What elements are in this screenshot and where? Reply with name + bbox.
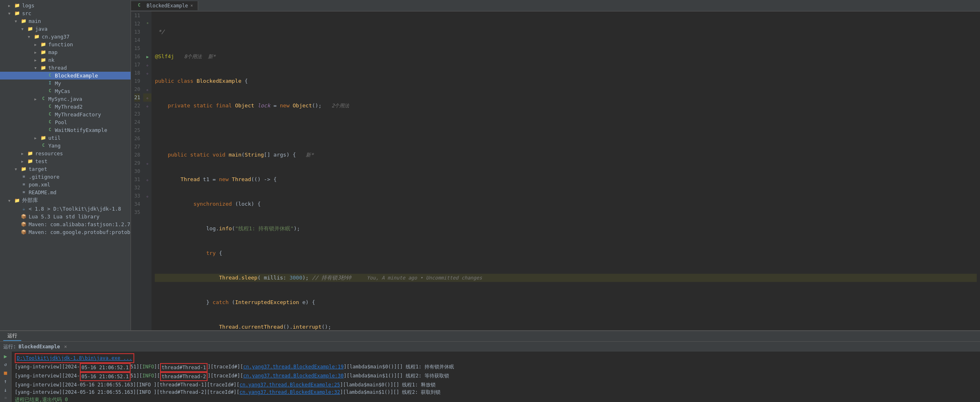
rerun-button[interactable]: ↺ xyxy=(2,362,10,367)
tab-label: BlockedExample xyxy=(147,3,188,9)
sidebar-item-waitnotify[interactable]: C WaitNotifyExample xyxy=(0,126,131,134)
line-num: 18 xyxy=(134,69,140,77)
sidebar-item-mycas[interactable]: C MyCas xyxy=(0,87,131,95)
line-num: 15 xyxy=(134,44,140,52)
sidebar-item-mythreadfactory[interactable]: C MyThreadFactory xyxy=(0,111,131,118)
line-num: 27 xyxy=(134,143,140,151)
sidebar-item-label: main xyxy=(29,18,41,24)
folder-icon: 📁 xyxy=(20,18,27,24)
sidebar-item-src[interactable]: ▼ 📁 src xyxy=(0,9,131,17)
gutter-item xyxy=(143,208,151,216)
java-class-icon: C xyxy=(47,112,53,118)
lib-icon: 📦 xyxy=(20,222,27,227)
console-log-3: [yang-interview][2024-05-16 21:06:55.163… xyxy=(15,381,977,388)
tab-icon: C xyxy=(136,3,142,9)
file-icon: ≡ xyxy=(20,190,27,195)
sidebar-item-label: README.md xyxy=(29,189,56,195)
sidebar-item-function[interactable]: ▶ 📁 function xyxy=(0,41,131,48)
line-numbers: 11 12 13 14 15 16 17 18 19 20 21 22 23 2… xyxy=(131,11,143,330)
sidebar-item-yang[interactable]: C Yang xyxy=(0,142,131,150)
sidebar-item-label: Pool xyxy=(55,119,67,125)
sidebar-item-label: .gitignore xyxy=(29,174,59,180)
sidebar-item-pool[interactable]: C Pool xyxy=(0,118,131,126)
file-icon: ≡ xyxy=(20,182,27,188)
sidebar-item-test[interactable]: ▶ 📁 test xyxy=(0,157,131,165)
editor-tabs: C BlockedExample × xyxy=(131,0,980,11)
code-line-14: private static final Object lock = new O… xyxy=(155,102,977,110)
sidebar-item-protobuf[interactable]: 📦 Maven: com.google.protobuf:protobuf-ja… xyxy=(0,228,131,236)
scroll-up-button[interactable]: ↑ xyxy=(2,378,10,384)
sidebar-item-logs[interactable]: ▶ 📁 logs xyxy=(0,2,131,9)
sidebar-item-target[interactable]: ▼ 📁 target xyxy=(0,165,131,173)
sidebar-item-gitignore[interactable]: ≡ .gitignore xyxy=(0,173,131,181)
scroll-down-button[interactable]: ↓ xyxy=(2,387,10,393)
sidebar-item-label: map xyxy=(48,49,58,55)
sidebar-item-readme[interactable]: ≡ README.md xyxy=(0,189,131,196)
close-run-button[interactable]: × xyxy=(64,344,67,350)
sidebar-item-label: cn.yang37 xyxy=(42,34,70,40)
code-line-17: Thread t1 = new Thread(() -> { xyxy=(155,175,977,184)
sidebar-item-mysync[interactable]: ▶ C MySync.java xyxy=(0,95,131,103)
sidebar-item-main[interactable]: ▼ 📁 main xyxy=(0,17,131,25)
chevron-icon: ▶ xyxy=(34,97,40,101)
java-class-icon: C xyxy=(47,127,53,133)
tab-close-button[interactable]: × xyxy=(190,3,193,8)
sidebar-item-cn-yang37[interactable]: ▼ 📁 cn.yang37 xyxy=(0,33,131,41)
code-line-16: public static void main(String[] args) {… xyxy=(155,151,977,159)
sdk-icon: ☕ xyxy=(20,206,27,212)
java-interface-icon: I xyxy=(47,81,53,86)
sidebar-item-label: Maven: com.alibaba:fastjson:1.2.74 xyxy=(29,221,131,227)
gutter-item: ⬦ xyxy=(143,192,151,200)
gutter-item: ⬦ xyxy=(143,175,151,184)
run-button[interactable]: ▶ xyxy=(2,353,10,359)
folder-icon: 📁 xyxy=(20,166,27,172)
sidebar-item-lua53[interactable]: 📦 Lua 5.3 Lua std library xyxy=(0,213,131,220)
chevron-icon: ▶ xyxy=(8,4,14,8)
gutter-item xyxy=(143,143,151,151)
sidebar-item-extlibs[interactable]: ▼ 📁 外部库 xyxy=(0,196,131,205)
sidebar-item-thread[interactable]: ▼ 📁 thread xyxy=(0,64,131,72)
sidebar-item-nk[interactable]: ▶ 📁 nk xyxy=(0,56,131,64)
gutter-item xyxy=(143,167,151,175)
sidebar-item-pom[interactable]: ≡ pom.xml xyxy=(0,181,131,189)
sidebar-item-java[interactable]: ▼ 📁 java xyxy=(0,25,131,33)
gutter-item[interactable]: ▶ xyxy=(143,52,151,61)
chevron-icon: ▶ xyxy=(21,152,27,156)
chevron-icon: ▼ xyxy=(8,11,14,16)
sidebar-item-map[interactable]: ▶ 📁 map xyxy=(0,48,131,56)
sidebar-item-fastjson[interactable]: 📦 Maven: com.alibaba:fastjson:1.2.74 xyxy=(0,220,131,228)
sidebar-item-my[interactable]: I My xyxy=(0,79,131,87)
sidebar-item-label: pom.xml xyxy=(29,182,50,188)
code-line-22: } catch (InterruptedException e) { xyxy=(155,298,977,307)
sidebar-item-mythread2[interactable]: C MyThread2 xyxy=(0,103,131,111)
exec-path[interactable]: D:\Toolkit\jdk\jdk-1.8\bin\java.exe ... xyxy=(15,353,134,363)
sidebar-item-blocked-example[interactable]: C BlockedExample xyxy=(0,72,131,79)
java-class-icon: C xyxy=(40,143,47,149)
chevron-icon: ▶ xyxy=(34,50,40,55)
gutter-item: ⬦ xyxy=(143,69,151,77)
code-content[interactable]: */ @Slf4j 8个用法 新* public class BlockedEx… xyxy=(151,11,980,330)
tab-blocked-example[interactable]: C BlockedExample × xyxy=(131,1,198,10)
sidebar-item-label: BlockedExample xyxy=(55,73,98,79)
console-log-2: [yang-interview][2024-05-16 21:06:52.151… xyxy=(15,372,977,381)
run-label: 运行: xyxy=(3,343,16,350)
java-class-icon: C xyxy=(47,89,53,94)
sidebar-item-jdk18[interactable]: ☕ < 1.8 > D:\Toolkit\jdk\jdk-1.8 xyxy=(0,205,131,213)
line-num: 33 xyxy=(134,192,140,200)
chevron-icon: ▶ xyxy=(34,136,40,140)
line-num: 26 xyxy=(134,134,140,143)
sidebar-item-label: Maven: com.google.protobuf:protobuf-java… xyxy=(29,229,131,235)
tab-run[interactable]: 运行 xyxy=(3,332,21,341)
gutter-item xyxy=(143,36,151,44)
sidebar-item-label: target xyxy=(29,166,47,172)
stop-button[interactable]: ■ xyxy=(2,370,10,376)
gutter-item xyxy=(143,126,151,134)
folder-icon: 📁 xyxy=(27,159,34,164)
gutter-item xyxy=(143,44,151,52)
gutter-item: ⬦ xyxy=(143,102,151,110)
sidebar-item-util[interactable]: ▶ 📁 util xyxy=(0,134,131,142)
sidebar-item-label: thread xyxy=(48,65,67,71)
filter-button[interactable]: ≡ xyxy=(2,395,10,400)
sidebar-item-resources[interactable]: ▶ 📁 resources xyxy=(0,150,131,157)
folder-icon: 📁 xyxy=(27,151,34,157)
